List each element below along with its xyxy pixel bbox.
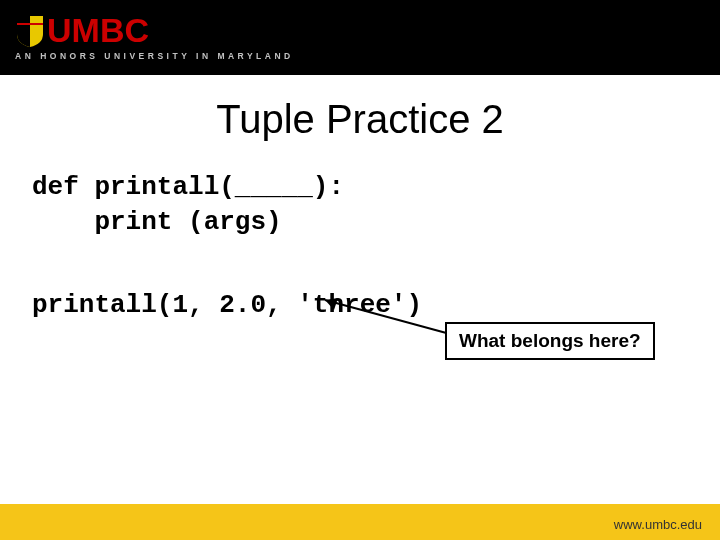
logo-text: UMBC [15, 8, 294, 47]
code-line-2: print (args) [32, 205, 720, 240]
code-line-1: def printall(_____): [32, 170, 720, 205]
header-bar: UMBC AN HONORS UNIVERSITY IN MARYLAND [0, 0, 720, 75]
code-blank: _____ [235, 172, 313, 202]
shield-icon [15, 14, 45, 53]
code-text: ): [313, 172, 344, 202]
code-line-3: printall(1, 2.0, 'three') [32, 290, 720, 320]
logo-block: UMBC AN HONORS UNIVERSITY IN MARYLAND [15, 8, 294, 61]
code-text: def printall( [32, 172, 235, 202]
footer-url: www.umbc.edu [614, 517, 702, 532]
slide-title: Tuple Practice 2 [0, 97, 720, 142]
footer-bar [0, 504, 720, 540]
callout-text: What belongs here? [459, 330, 641, 351]
slide-content: Tuple Practice 2 def printall(_____): pr… [0, 97, 720, 320]
tagline-text: AN HONORS UNIVERSITY IN MARYLAND [15, 51, 294, 61]
code-block-2: printall(1, 2.0, 'three') [32, 290, 720, 320]
code-block-1: def printall(_____): print (args) [32, 170, 720, 240]
callout-box: What belongs here? [445, 322, 655, 360]
code-text: print (args) [32, 207, 282, 237]
